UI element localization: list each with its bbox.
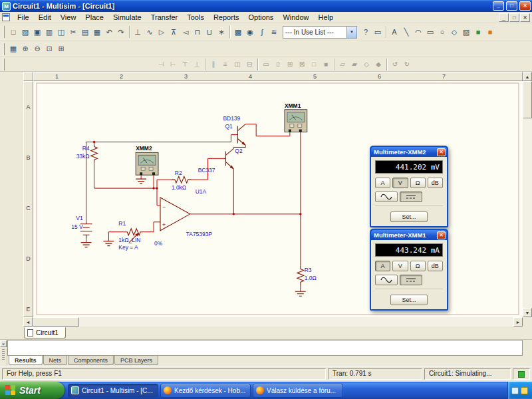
cut-icon[interactable]: ✂ [67, 26, 79, 39]
schematic-canvas[interactable]: − + [33, 81, 523, 317]
undo-icon[interactable]: ↶ [103, 26, 115, 39]
workspace[interactable]: − + [33, 81, 523, 317]
open-file-icon[interactable]: ▨ [19, 26, 31, 39]
ellipse-tool-icon[interactable]: ○ [436, 26, 448, 39]
menu-help[interactable]: Help [314, 13, 338, 22]
analog-bin-icon[interactable]: ◅ [180, 26, 192, 39]
tab-results[interactable]: Results [9, 356, 43, 365]
diodes-bin-icon[interactable]: ▷ [156, 26, 168, 39]
transistors-bin-icon[interactable]: ⊼ [168, 26, 180, 39]
horizontal-scrollbar[interactable]: ◄ ► [23, 317, 523, 327]
help-icon[interactable]: ? [360, 26, 372, 39]
set-button[interactable]: Set... [390, 295, 428, 305]
scroll-right-icon[interactable]: ► [513, 317, 523, 327]
resistor-r4[interactable] [91, 143, 98, 163]
line-tool-icon[interactable]: ╲ [400, 26, 412, 39]
cmos-bin-icon[interactable]: ⊔ [203, 26, 215, 39]
ohm-button[interactable]: Ω [410, 261, 426, 271]
multimeter-xmm1-instrument[interactable] [285, 110, 307, 132]
grapher-icon[interactable]: ≋ [268, 26, 280, 39]
start-button[interactable]: Start [0, 382, 65, 399]
zoom-fit-icon[interactable]: ⊞ [55, 43, 67, 55]
transistor-q1[interactable] [237, 124, 245, 146]
comment-icon[interactable]: ■ [484, 26, 496, 39]
polygon-tool-icon[interactable]: ◇ [448, 26, 460, 39]
tab-nets[interactable]: Nets [43, 356, 68, 365]
menu-window[interactable]: Window [278, 13, 313, 22]
menu-tools[interactable]: Tools [182, 13, 209, 22]
title-bar[interactable]: M Circuit1 - Multisim - [Circuit1] _ □ ✕ [0, 0, 532, 12]
minimize-button[interactable]: _ [493, 1, 504, 11]
scrollbar-thumb[interactable] [523, 81, 532, 118]
dc-mode-button[interactable] [400, 275, 422, 285]
decibel-button[interactable]: dB [428, 178, 443, 188]
menu-reports[interactable]: Reports [209, 13, 244, 22]
scroll-down-icon[interactable]: ▼ [523, 308, 532, 317]
arc-tool-icon[interactable]: ◠ [412, 26, 424, 39]
component-report-icon[interactable]: ▭ [372, 26, 384, 39]
multimeter-xmm2-instrument[interactable] [136, 152, 158, 175]
ground-symbols[interactable] [81, 179, 306, 296]
spreadsheet-view[interactable] [7, 340, 523, 356]
analysis-icon[interactable]: ∫ [256, 26, 268, 39]
sheet-tab-circuit1[interactable]: Circuit1 [24, 327, 66, 338]
print-icon[interactable]: ▥ [43, 26, 55, 39]
sources-bin-icon[interactable]: ⊥ [132, 26, 144, 39]
mdi-minimize-button[interactable]: _ [499, 13, 509, 22]
titleblock-icon[interactable]: ■ [472, 26, 484, 39]
vertical-scrollbar[interactable]: ▲ ▼ [523, 72, 532, 317]
opamp-u1a[interactable]: − + [160, 198, 190, 231]
toolbar-handle[interactable] [3, 43, 5, 55]
menu-options[interactable]: Options [243, 13, 278, 22]
scroll-up-icon[interactable]: ▲ [523, 72, 532, 81]
basic-bin-icon[interactable]: ∿ [144, 26, 156, 39]
menu-transfer[interactable]: Transfer [146, 13, 183, 22]
instruments-icon[interactable]: ▩ [232, 26, 244, 39]
task-firefox-2[interactable]: Válasz küldése a fóru... [253, 384, 343, 398]
menu-file[interactable]: File [13, 13, 34, 22]
close-icon[interactable]: ✕ [437, 148, 446, 156]
mdi-restore-button[interactable]: □ [509, 13, 519, 22]
print-preview-icon[interactable]: ◫ [55, 26, 67, 39]
multimeter-xmm2-window[interactable]: Multimeter-XMM2 ✕ 441.202 mV AVΩdB Set..… [370, 146, 448, 227]
dialog-title-bar[interactable]: Multimeter-XMM1 ✕ [371, 230, 447, 240]
ac-mode-button[interactable] [375, 275, 398, 285]
redo-icon[interactable]: ↷ [115, 26, 127, 39]
rect-tool-icon[interactable]: ▭ [424, 26, 436, 39]
scroll-left-icon[interactable]: ◄ [23, 317, 33, 327]
zoom-area-icon[interactable]: ⊡ [43, 43, 55, 55]
resistor-r2[interactable] [172, 176, 192, 183]
ampere-button[interactable]: A [375, 178, 390, 188]
panel-grip[interactable] [2, 349, 5, 360]
ttl-bin-icon[interactable]: ⊓ [192, 26, 203, 39]
transistor-q2[interactable] [225, 148, 233, 169]
in-use-list-combobox[interactable]: --- In Use List --- ▼ [283, 26, 357, 39]
picture-tool-icon[interactable]: ▧ [460, 26, 472, 39]
menu-view[interactable]: View [56, 13, 81, 22]
volt-button[interactable]: V [392, 178, 408, 188]
set-button[interactable]: Set... [390, 211, 428, 222]
close-icon[interactable]: ✕ [437, 231, 446, 239]
mdi-close-button[interactable]: ✕ [520, 13, 530, 22]
ac-mode-button[interactable] [375, 192, 398, 202]
menu-simulate[interactable]: Simulate [108, 13, 146, 22]
toolbar-handle[interactable] [3, 26, 5, 38]
close-button[interactable]: ✕ [519, 1, 531, 11]
ohm-button[interactable]: Ω [410, 178, 426, 188]
tab-components[interactable]: Components [68, 356, 114, 365]
dc-mode-button[interactable] [400, 192, 422, 202]
menu-edit[interactable]: Edit [34, 13, 56, 22]
menu-place[interactable]: Place [80, 13, 108, 22]
dialog-title-bar[interactable]: Multimeter-XMM2 ✕ [371, 147, 447, 157]
task-multisim[interactable]: Circuit1 - Multisim - [C... [68, 384, 158, 398]
save-icon[interactable]: ▣ [31, 26, 43, 39]
maximize-button[interactable]: □ [506, 1, 517, 11]
multimeter-xmm1-window[interactable]: Multimeter-XMM1 ✕ 443.242 mA AVΩdB Set..… [370, 229, 448, 311]
chevron-down-icon[interactable]: ▼ [346, 27, 356, 38]
toggle-grid-icon[interactable]: ▦ [7, 43, 19, 55]
scrollbar-thumb[interactable] [33, 317, 79, 327]
misc-bin-icon[interactable]: ∗ [215, 26, 227, 39]
circuit-wires[interactable] [86, 124, 301, 292]
task-firefox-1[interactable]: Kezdő kérdések - Hob... [160, 384, 251, 398]
tab-pcb-layers[interactable]: PCB Layers [114, 356, 158, 365]
